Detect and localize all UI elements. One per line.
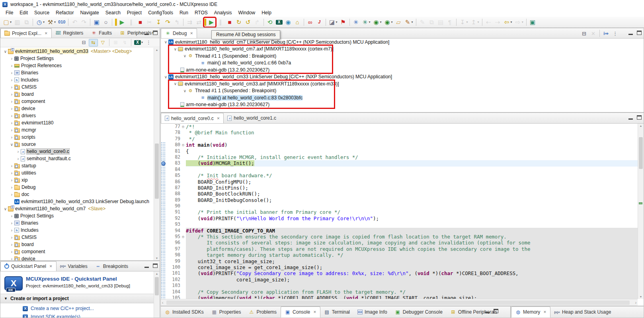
- home-button[interactable]: ⌂: [293, 17, 302, 27]
- project-tree-scrollbar[interactable]: ▲ ▼: [154, 48, 160, 260]
- erase-flash-button[interactable]: ◪▾: [328, 17, 338, 27]
- pin-editor-button[interactable]: ▣: [529, 17, 537, 27]
- debug-node-evkmimxrt1180-hello-world-cm7-linkserver[interactable]: ∨LSevkmimxrt1180_hello_world_cm7 LinkSer…: [161, 39, 644, 46]
- step-into-button[interactable]: ↧: [154, 17, 163, 27]
- expander-icon[interactable]: ›: [9, 78, 14, 82]
- code-line-92[interactable]: 92 (void)PRINTF("\r\nHello World from th…: [161, 215, 638, 221]
- debug-remote-1-button[interactable]: ✳: [352, 17, 360, 27]
- collapse-all-button[interactable]: ⊟: [80, 39, 88, 47]
- expander-icon[interactable]: ›: [9, 114, 14, 118]
- tree-item-utilities[interactable]: ›utilities: [0, 169, 154, 176]
- expander-icon[interactable]: ›: [9, 185, 14, 190]
- tab-project-expl[interactable]: Project Expl...✕: [0, 28, 52, 38]
- debug-node-arm-none-eabi-gdb-13-2-90-20230627[interactable]: arm-none-eabi-gdb (13.2.90.20230627): [161, 101, 644, 109]
- tab-debug[interactable]: ✳Debug✕: [161, 28, 197, 38]
- instruction-stepping-button[interactable]: ⇉: [185, 17, 194, 27]
- menu-edit[interactable]: Edit: [16, 9, 31, 16]
- close-icon[interactable]: ✕: [543, 310, 546, 314]
- fold-icon[interactable]: ⊖: [180, 142, 186, 148]
- expander-icon[interactable]: ∨: [3, 49, 8, 54]
- expander-icon[interactable]: ›: [9, 121, 14, 125]
- debug-node-arm-none-eabi-gdb-13-2-90-20230627[interactable]: arm-none-eabi-gdb (13.2.90.20230627): [161, 66, 644, 74]
- close-icon[interactable]: ✕: [313, 310, 316, 314]
- code-line-95[interactable]: 95⊖ /* This section ensures the secondar…: [161, 234, 638, 240]
- tree-item-includes[interactable]: ›hIncludes: [0, 227, 154, 234]
- debug-node-evkmimxrt1180-hello-world-cm33-linkserve[interactable]: ∨LSevkmimxrt1180_hello_world_cm33 LinkSe…: [161, 74, 644, 81]
- scroll-up-icon[interactable]: ▲: [154, 272, 160, 275]
- debug-node-main-at-hello-world-core0-c-83-0x28003[interactable]: ≡main() at hello_world_core0.c:83 0x2800…: [161, 94, 644, 101]
- terminate-button[interactable]: ■: [136, 17, 144, 27]
- step-return-button[interactable]: ↰: [173, 17, 181, 27]
- code-line-94[interactable]: 94#ifdef CORE1_IMAGE_COPY_TO_RAM: [161, 228, 638, 234]
- tab-faults[interactable]: ✳Faults: [87, 28, 116, 38]
- link-doc-button[interactable]: ⧉: [427, 17, 436, 27]
- close-icon[interactable]: ✕: [45, 31, 48, 35]
- back-button[interactable]: ⇦▾: [503, 17, 513, 27]
- undo-button[interactable]: ↶: [70, 17, 79, 27]
- next-edit-location-button[interactable]: ⇢: [494, 17, 502, 27]
- restart-button[interactable]: ↻: [235, 17, 243, 27]
- last-edit-location-button[interactable]: ⇠: [484, 17, 493, 27]
- code-line-93[interactable]: 93: [161, 221, 638, 227]
- quickstart-link-import-sdk-example-s[interactable]: XImport SDK example(s): [23, 314, 94, 318]
- tree-item-component[interactable]: ›component: [0, 248, 154, 255]
- connect-process-button[interactable]: i⇒: [602, 29, 610, 37]
- menu-analysis[interactable]: Analysis: [211, 9, 235, 16]
- debug-node-thread-1-1-suspended-breakpoint[interactable]: ∨⚙Thread #1 1 (Suspended : Breakpoint): [161, 52, 644, 60]
- show-doc-button[interactable]: ▤: [437, 17, 445, 27]
- scroll-left-icon[interactable]: ‹: [162, 301, 163, 305]
- globe-button[interactable]: ◉: [284, 17, 293, 27]
- expander-icon[interactable]: ›: [9, 221, 14, 225]
- show-whitespace-button[interactable]: ¶: [446, 17, 454, 27]
- redo-button[interactable]: ↷: [80, 17, 88, 27]
- next-annotation-button[interactable]: ↧▾: [459, 17, 469, 27]
- tree-item-debug[interactable]: ›Debug: [0, 184, 154, 191]
- skip-all-breakpoints-button[interactable]: ⇄: [195, 17, 203, 27]
- code-line-86[interactable]: 86 BOARD_ConfigMPU();: [161, 179, 638, 185]
- expander-icon[interactable]: ∨: [163, 75, 168, 79]
- save-all-button[interactable]: ⧉: [22, 17, 31, 27]
- mcux-actions-button[interactable]: X▾: [133, 39, 144, 47]
- tab-breakpoints[interactable]: ●●Breakpoints: [92, 261, 132, 271]
- tree-item-binaries[interactable]: ›10Binaries: [0, 69, 154, 76]
- code-line-104[interactable]: 104 /* Copy Secondary core application f…: [161, 289, 638, 295]
- expander-icon[interactable]: ›: [9, 71, 14, 75]
- tree-item-evkmimxrt1180-hello-world-cm33-linkserver-debug-launch[interactable]: LSevkmimxrt1180_hello_world_cm33 LinkSer…: [0, 198, 154, 205]
- expander-icon[interactable]: ›: [9, 257, 14, 261]
- expander-icon[interactable]: ›: [9, 235, 14, 240]
- editor-tab-hello-world-core0-c[interactable]: .chello_world_core0.c✕: [161, 113, 224, 123]
- collapse-all-button[interactable]: ⊟: [580, 29, 588, 37]
- expander-icon[interactable]: ›: [9, 178, 14, 182]
- expander-icon[interactable]: ›: [9, 92, 14, 97]
- resume-all-button[interactable]: ▍▶: [204, 17, 216, 27]
- code-editor[interactable]: 77⊖/*!78 * @brief Main function79 */80⊖i…: [161, 124, 638, 299]
- expander-icon[interactable]: ›: [9, 164, 14, 168]
- gui-flash-tool-button[interactable]: ⚑: [339, 17, 347, 27]
- save-button[interactable]: ▥: [13, 17, 21, 27]
- expander-icon[interactable]: ›: [9, 135, 14, 140]
- step-over-button[interactable]: ↷: [164, 17, 172, 27]
- code-line-101[interactable]: 101 (void)PRINTF("Copy Secondary core im…: [161, 270, 638, 276]
- code-line-77[interactable]: 77⊖/*!: [161, 124, 638, 130]
- tree-item-doc[interactable]: ›doc: [0, 191, 154, 198]
- run-app-alt-button[interactable]: ◉▾: [383, 17, 394, 27]
- expander-icon[interactable]: ›: [9, 228, 14, 233]
- open-directory-button[interactable]: ▱: [394, 17, 403, 27]
- debug-node-main-at-hello-world-core1-c-66-0xb7a[interactable]: ≡main() at hello_world_core1.c:66 0xb7a: [161, 60, 644, 67]
- scroll-right-icon[interactable]: ›: [635, 301, 636, 305]
- filter-button[interactable]: ▽: [99, 39, 107, 47]
- tab-console[interactable]: ▣Console✕: [281, 306, 320, 318]
- tree-item-scripts[interactable]: ›scripts: [0, 134, 154, 141]
- view-menu-button[interactable]: ⋮: [611, 29, 619, 37]
- tree-item-project-references[interactable]: ›Project References: [0, 62, 154, 69]
- code-line-91[interactable]: 91 /* Print the initial banner from Prim…: [161, 209, 638, 215]
- link-with-editor-button[interactable]: ⇆: [89, 39, 98, 47]
- expander-icon[interactable]: ›: [16, 149, 21, 154]
- close-icon[interactable]: ✕: [49, 264, 53, 268]
- expander-icon[interactable]: ›: [9, 107, 14, 111]
- tree-item-hello-world-core0-c[interactable]: ›.chello_world_core0.c: [0, 148, 154, 155]
- tree-item-cmsis[interactable]: ›CMSIS: [0, 83, 154, 91]
- expander-icon[interactable]: ∨: [9, 142, 14, 147]
- expander-icon[interactable]: ∨: [163, 40, 168, 44]
- expander-icon[interactable]: ›: [9, 250, 14, 254]
